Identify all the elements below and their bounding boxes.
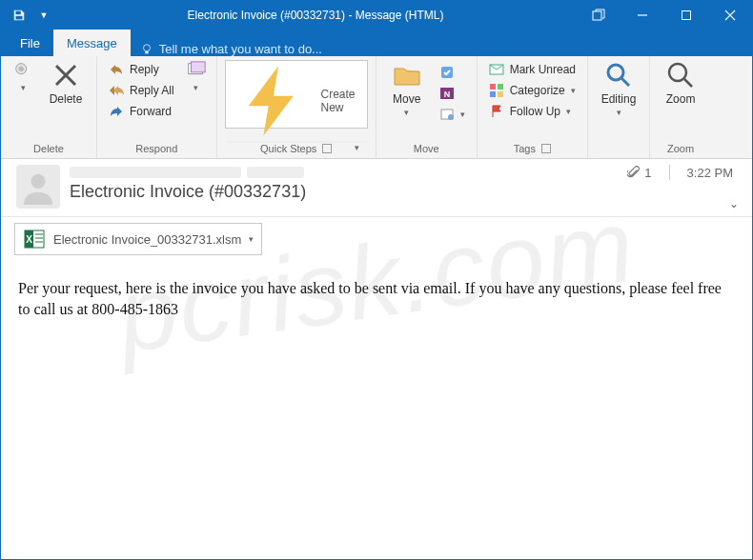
quickstep-create-new[interactable]: Create New	[226, 61, 367, 142]
categorize-button[interactable]: Categorize ▾	[485, 81, 580, 100]
group-zoom: Zoom Zoom	[650, 56, 711, 158]
mark-unread-label: Mark Unread	[510, 63, 576, 76]
svg-point-19	[448, 114, 454, 120]
svg-rect-2	[593, 11, 601, 20]
excel-icon: X	[23, 228, 46, 250]
group-move: Move ▾ N ▾ Move	[376, 56, 478, 158]
junk-icon	[12, 60, 33, 81]
group-zoom-label: Zoom	[658, 141, 703, 156]
restore-down-alt-icon[interactable]	[577, 1, 621, 30]
qat-customize-icon[interactable]: ▼	[33, 5, 54, 26]
mail-closed-icon	[489, 62, 504, 77]
quicksteps-launcher-icon[interactable]	[322, 144, 332, 153]
reply-label: Reply	[130, 63, 159, 76]
quicksteps-gallery[interactable]: Create New ▾	[225, 60, 368, 129]
svg-line-28	[684, 79, 692, 87]
group-editing-label	[596, 152, 641, 156]
mark-unread-button[interactable]: Mark Unread	[485, 60, 580, 79]
delete-button[interactable]: Delete	[43, 60, 89, 106]
svg-text:X: X	[26, 234, 32, 245]
svg-point-7	[143, 44, 150, 50]
flag-icon	[489, 104, 504, 119]
svg-point-29	[31, 174, 45, 189]
minimize-icon[interactable]	[621, 1, 664, 30]
tab-file[interactable]: File	[7, 30, 53, 56]
editing-button[interactable]: Editing ▾	[596, 60, 641, 117]
attachment-row: X Electronic Invoice_00332731.xlsm ▾	[1, 217, 752, 261]
reply-all-label: Reply All	[130, 84, 174, 97]
onenote-icon: N	[439, 86, 455, 101]
svg-rect-22	[498, 84, 503, 90]
follow-up-button[interactable]: Follow Up ▾	[485, 102, 580, 121]
tell-me-label: Tell me what you want to do...	[159, 42, 322, 56]
delete-icon	[51, 60, 81, 90]
categorize-label: Categorize	[510, 84, 565, 97]
ribbon: ▾ Delete Delete Reply Reply All	[1, 56, 752, 159]
group-respond: Reply Reply All Forward ▾ Respond	[97, 56, 217, 158]
svg-point-27	[669, 64, 686, 81]
onenote-button[interactable]: N	[436, 84, 469, 103]
lightning-icon	[234, 61, 314, 141]
more-respond-button[interactable]: ▾	[184, 60, 209, 92]
group-delete: ▾ Delete Delete	[1, 56, 97, 158]
svg-point-25	[608, 65, 623, 80]
message-header: Electronic Invoice (#00332731) 1 3:22 PM…	[1, 159, 752, 217]
group-tags-label: Tags	[514, 143, 536, 154]
actions-icon	[439, 107, 455, 122]
junk-button[interactable]: ▾	[9, 60, 37, 92]
ribbon-tabs: File Message Tell me what you want to do…	[1, 30, 752, 56]
svg-text:N: N	[443, 90, 450, 99]
group-respond-label: Respond	[105, 141, 209, 156]
zoom-button[interactable]: Zoom	[658, 60, 703, 106]
window-controls	[577, 1, 752, 30]
categorize-icon	[489, 83, 504, 98]
zoom-label: Zoom	[666, 92, 696, 106]
save-icon[interactable]	[9, 5, 30, 26]
attachment-dropdown-icon[interactable]: ▾	[249, 234, 254, 244]
maximize-icon[interactable]	[664, 1, 708, 30]
svg-rect-14	[191, 62, 205, 72]
attachment-count: 1	[644, 166, 651, 180]
attachment-item[interactable]: X Electronic Invoice_00332731.xlsm ▾	[14, 223, 262, 255]
close-icon[interactable]	[708, 1, 752, 30]
quickstep-create-new-label: Create New	[320, 88, 358, 114]
message-subject: Electronic Invoice (#00332731)	[70, 182, 737, 202]
svg-rect-8	[145, 50, 149, 53]
move-label: Move	[393, 92, 420, 106]
group-tags: Mark Unread Categorize ▾ Follow Up ▾ Tag…	[478, 56, 588, 158]
forward-button[interactable]: Forward	[105, 102, 178, 121]
reply-icon	[109, 62, 124, 77]
svg-rect-21	[490, 84, 496, 90]
sender-extra-redacted	[247, 167, 304, 178]
delete-label: Delete	[50, 92, 83, 106]
message-time: 3:22 PM	[687, 166, 733, 180]
find-icon	[603, 60, 634, 90]
paperclip-icon	[627, 166, 641, 179]
svg-point-10	[18, 66, 24, 71]
move-button[interactable]: Move ▾	[384, 60, 430, 117]
reply-all-button[interactable]: Reply All	[105, 81, 178, 100]
reply-all-icon	[109, 83, 124, 98]
person-icon	[20, 169, 56, 205]
svg-rect-0	[16, 11, 21, 15]
attachment-filename: Electronic Invoice_00332731.xlsm	[53, 232, 241, 247]
message-body: Per your request, here is the invoice yo…	[1, 261, 752, 336]
expand-header-icon[interactable]: ⌄	[729, 197, 739, 210]
sender-name-redacted	[70, 167, 241, 178]
tab-message[interactable]: Message	[53, 30, 131, 56]
group-quick-steps: Create New ▾ Quick Steps	[217, 56, 376, 158]
svg-rect-23	[490, 91, 496, 97]
forward-icon	[109, 104, 124, 119]
actions-button[interactable]: ▾	[436, 105, 469, 124]
rules-icon	[439, 65, 455, 80]
svg-line-26	[621, 78, 629, 86]
tags-launcher-icon[interactable]	[541, 144, 551, 153]
tell-me-search[interactable]: Tell me what you want to do...	[131, 42, 332, 56]
svg-rect-4	[682, 11, 691, 20]
editing-label: Editing	[601, 92, 637, 106]
move-folder-icon	[392, 60, 422, 90]
group-delete-label: Delete	[9, 141, 89, 156]
rules-button[interactable]	[436, 63, 469, 82]
reply-button[interactable]: Reply	[105, 60, 178, 79]
lightbulb-icon	[140, 43, 153, 56]
